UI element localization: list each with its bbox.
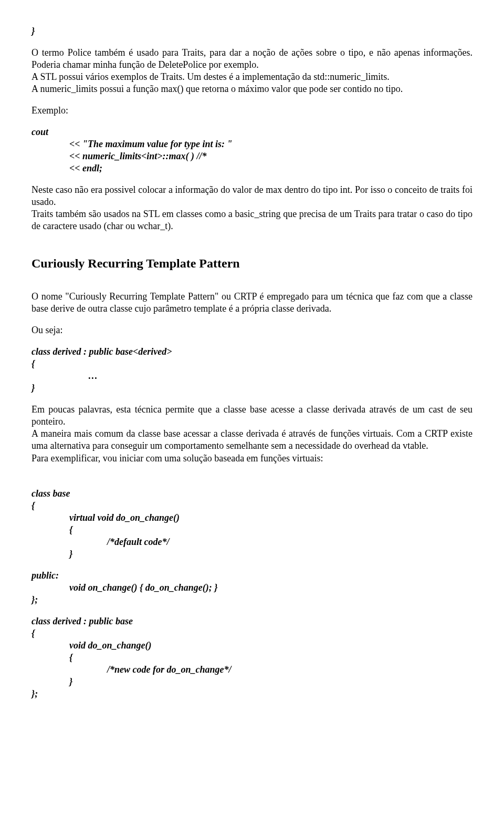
code-cout-line3: << endl; <box>32 162 472 174</box>
closing-brace-top: } <box>32 25 472 37</box>
paragraph-crtp-intro: O nome "Curiously Recurring Template Pat… <box>32 291 472 315</box>
code2-derived-inner-open: { <box>32 652 472 664</box>
paragraph-neste-caso: Neste caso não era possivel colocar a in… <box>32 184 472 208</box>
code2-derived-func: void do_on_change() <box>32 640 472 652</box>
code2-public-label: public: <box>32 570 472 582</box>
exemplo-label: Exemplo: <box>32 105 472 117</box>
code2-new-code-comment: /*new code for do_on_change*/ <box>32 664 472 676</box>
code-cout-line2: << numeric_limits<int>::max( ) //* <box>32 150 472 162</box>
code-cout: cout <box>32 126 472 138</box>
code2-inner-open: { <box>32 524 472 536</box>
paragraph-em-poucas: Em poucas palavras, esta técnica permite… <box>32 404 472 428</box>
code2-on-change: void on_change() { do_on_change(); } <box>32 582 472 594</box>
paragraph-stl: A STL possui vários exemplos de Traits. … <box>32 71 472 83</box>
paragraph-maneira-comum: A maneira mais comum da classe base aces… <box>32 428 472 452</box>
code2-derived-decl: class derived : public base <box>32 615 472 627</box>
code2-default-comment: /*default code*/ <box>32 536 472 548</box>
code2-close-brace-semi: }; <box>32 594 472 606</box>
paragraph-police: O termo Police também é usado para Trait… <box>32 47 472 71</box>
section-heading-crtp: Curiously Recurring Template Pattern <box>32 255 472 272</box>
code-ellipsis: … <box>32 370 472 382</box>
paragraph-exemplificar: Para exemplificar, vou iniciar com uma s… <box>32 452 472 465</box>
code2-open-brace: { <box>32 500 472 512</box>
code2-class-base: class base <box>32 488 472 500</box>
paragraph-numeric-limits: A numeric_limits possui a função max() q… <box>32 83 472 95</box>
code-open-brace: { <box>32 358 472 370</box>
code2-derived-inner-close: } <box>32 676 472 688</box>
code2-derived-open: { <box>32 627 472 640</box>
code2-derived-close: }; <box>32 688 472 700</box>
code-derived-decl: class derived : public base<derived> <box>32 346 472 358</box>
code2-virtual-func: virtual void do_on_change() <box>32 512 472 524</box>
code2-inner-close: } <box>32 548 472 560</box>
paragraph-traits-stl: Traits também são usados na STL em class… <box>32 208 472 232</box>
ou-seja-label: Ou seja: <box>32 324 472 336</box>
code-close-brace: } <box>32 382 472 394</box>
code-cout-line1: << "The maximum value for type int is: " <box>32 138 472 150</box>
